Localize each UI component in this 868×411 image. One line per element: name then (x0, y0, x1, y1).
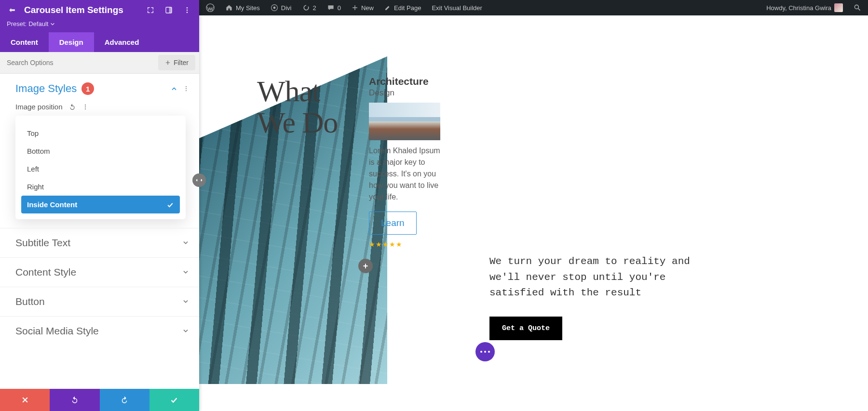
plus-icon (165, 60, 171, 66)
section-label: Subtitle Text (15, 237, 70, 249)
chevron-down-icon (182, 298, 190, 305)
reset-icon[interactable] (68, 103, 76, 111)
more-button[interactable] (181, 4, 193, 16)
updates-count: 2 (313, 4, 316, 12)
chevron-down-icon (182, 239, 190, 247)
account-link[interactable]: Howdy, Christina Gwira (762, 0, 847, 15)
tabs: Content Design Advanced (0, 32, 199, 52)
back-button[interactable] (6, 4, 18, 16)
svg-point-9 (186, 86, 187, 87)
settings-panel: Carousel Item Settings Preset: Default C… (0, 0, 199, 411)
svg-rect-5 (169, 7, 172, 13)
section-content-style[interactable]: Content Style (0, 257, 199, 287)
hero-text: We turn your dream to reality and we'll … (489, 254, 697, 301)
option-right[interactable]: Right (21, 178, 180, 196)
heading-line2: We Do (257, 106, 338, 139)
section-subtitle-text[interactable]: Subtitle Text (0, 228, 199, 257)
section-image-styles[interactable]: Image Styles 1 (0, 74, 199, 101)
updates-link[interactable]: 2 (298, 0, 320, 15)
my-sites-link[interactable]: My Sites (221, 0, 264, 15)
field-label-text: Image position (15, 103, 63, 111)
check-icon (166, 201, 174, 209)
svg-point-8 (187, 12, 188, 13)
panel-footer (0, 389, 199, 411)
feature-card: Architecture Design Lorem Khaled Ipsum i… (369, 76, 446, 248)
divi-label: Divi (281, 4, 292, 12)
wp-logo[interactable] (202, 0, 218, 15)
field-more-icon[interactable] (82, 104, 89, 110)
page-canvas: What We Do Architecture Design Lorem Kha… (199, 15, 868, 411)
get-quote-button[interactable]: Get a Quote (489, 317, 562, 340)
avatar (834, 3, 843, 12)
chevron-down-icon (50, 22, 55, 27)
chevron-down-icon (182, 268, 190, 276)
field-image-position: Image position (0, 101, 199, 116)
comments-link[interactable]: 0 (323, 0, 345, 15)
my-sites-label: My Sites (236, 4, 260, 12)
heading-line1: What (257, 75, 320, 107)
preset-label: Preset: (7, 20, 27, 27)
tab-content[interactable]: Content (0, 32, 49, 52)
section-label: Button (15, 296, 45, 307)
svg-point-6 (187, 7, 188, 9)
section-more-icon[interactable] (183, 85, 190, 92)
section-label: Content Style (15, 266, 76, 278)
option-bottom[interactable]: Bottom (21, 142, 180, 160)
search-row: Filter (0, 52, 199, 74)
section-social-media-style[interactable]: Social Media Style (0, 316, 199, 345)
chevron-down-icon (182, 327, 190, 335)
resize-handle[interactable] (192, 173, 206, 187)
filter-button[interactable]: Filter (158, 55, 195, 70)
edit-page-label: Edit Page (394, 4, 421, 12)
learn-button[interactable]: Learn (369, 212, 417, 235)
panel-title: Carousel Item Settings (24, 5, 138, 15)
redo-button[interactable] (100, 389, 149, 411)
howdy-label: Howdy, Christina Gwira (766, 4, 831, 12)
svg-point-10 (186, 88, 187, 89)
card-body: Lorem Khaled Ipsum is a major key to suc… (369, 145, 446, 203)
search-icon[interactable] (850, 4, 865, 12)
add-module-button[interactable]: + (358, 259, 373, 273)
option-left[interactable]: Left (21, 160, 180, 178)
preset-value: Default (28, 20, 48, 27)
comments-count: 0 (338, 4, 341, 12)
exit-vb-link[interactable]: Exit Visual Builder (428, 0, 486, 15)
option-inside-content-label: Inside Content (27, 200, 77, 209)
svg-point-13 (84, 106, 85, 107)
chevron-up-icon (170, 85, 178, 93)
edit-page-link[interactable]: Edit Page (380, 0, 425, 15)
svg-point-11 (186, 90, 187, 91)
expand-button[interactable] (144, 4, 157, 16)
filter-label: Filter (174, 59, 189, 66)
badge-1: 1 (81, 82, 94, 95)
svg-point-7 (187, 10, 188, 11)
option-inside-content[interactable]: Inside Content (21, 196, 180, 213)
wp-admin-bar: My Sites Divi 2 0 New Edit Page Exit Vis… (199, 0, 868, 15)
fab-button[interactable] (475, 342, 495, 361)
panel-body: Image Styles 1 Image position Top Bottom… (0, 74, 199, 389)
tab-advanced[interactable]: Advanced (94, 32, 150, 52)
tab-design[interactable]: Design (49, 32, 94, 52)
save-button[interactable] (149, 389, 199, 411)
section-button[interactable]: Button (0, 287, 199, 316)
new-link[interactable]: New (348, 0, 378, 15)
divi-link[interactable]: Divi (267, 0, 296, 15)
card-subtitle: Design (369, 88, 446, 98)
exit-vb-label: Exit Visual Builder (432, 4, 482, 12)
snap-button[interactable] (163, 4, 175, 16)
search-input[interactable] (0, 53, 154, 72)
new-label: New (361, 4, 374, 12)
option-top[interactable]: Top (21, 124, 180, 142)
svg-point-3 (854, 5, 858, 9)
section-title: Image Styles (15, 82, 77, 95)
panel-header: Carousel Item Settings Preset: Default C… (0, 0, 199, 52)
preset-selector[interactable]: Preset: Default (0, 20, 199, 32)
page-heading: What We Do (257, 76, 338, 138)
cancel-button[interactable] (0, 389, 50, 411)
undo-button[interactable] (50, 389, 99, 411)
card-image (369, 103, 440, 140)
section-label: Social Media Style (15, 325, 99, 337)
svg-point-12 (84, 104, 85, 105)
card-title: Architecture (369, 76, 446, 87)
svg-point-14 (84, 108, 85, 109)
